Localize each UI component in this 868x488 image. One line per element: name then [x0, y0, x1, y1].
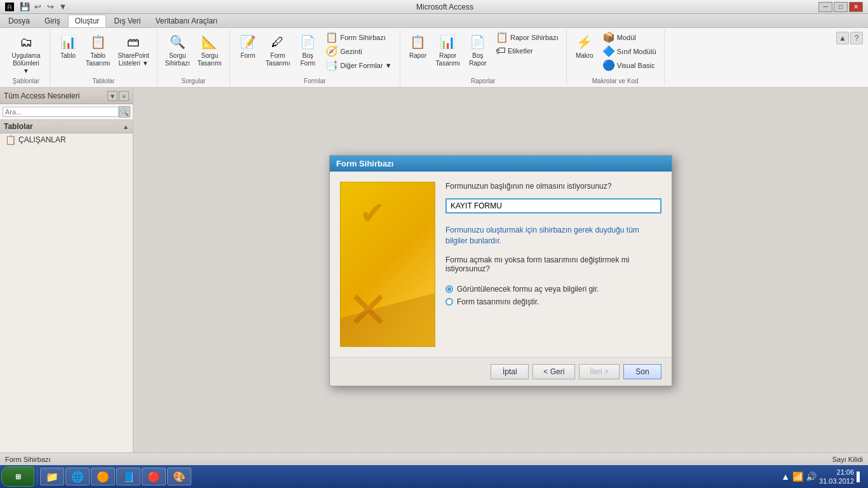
tab-dosya[interactable]: Dosya	[1, 15, 37, 27]
chrome-icon: 🟠	[97, 471, 109, 483]
btn-form-sihirbazi[interactable]: 📋 Form Sihirbazı	[323, 30, 394, 44]
search-btn[interactable]: 🔍	[119, 106, 130, 118]
btn-form-tasarimi[interactable]: 🖊 FormTasarımı	[263, 30, 292, 69]
sidebar-section-tablolar[interactable]: Tablolar ▲	[0, 120, 133, 133]
sorgu-tasarimi-label: SorguTasarımı	[198, 52, 222, 67]
tablolar-items: 📊 Tablo 📋 TabloTasarımı 🗃 SharePointList…	[55, 30, 152, 76]
tab-olustur[interactable]: Oluştur	[68, 15, 107, 27]
tray-show-desktop-icon[interactable]: ▌	[857, 471, 863, 482]
modal-overlay: Form Sihirbazı ✔ ✕ Formunuzun başlığının…	[133, 88, 868, 453]
rapor-icon: 📋	[408, 32, 428, 52]
form-tasarimi-label: FormTasarımı	[266, 52, 290, 67]
radio-option-1[interactable]: Görüntülenecek formu aç veya bilgileri g…	[445, 285, 661, 294]
radio-option-2[interactable]: Form tasarımını değiştir.	[445, 297, 661, 306]
gezinti-label: Gezinti	[340, 48, 362, 55]
visual-basic-label: Visual Basic	[617, 62, 655, 69]
taskbar-btn-access[interactable]: 🔴	[142, 468, 166, 485]
search-input[interactable]	[3, 107, 119, 117]
taskbar-btn-paint[interactable]: 🎨	[167, 468, 191, 485]
finish-button[interactable]: Son	[623, 364, 661, 379]
maximize-btn[interactable]: □	[834, 2, 848, 12]
taskbar-btn-word[interactable]: 📘	[116, 468, 140, 485]
sidebar-section-toggle: ▲	[123, 123, 129, 130]
radio-circle-2	[445, 298, 453, 306]
tab-dis-veri[interactable]: Dış Veri	[107, 15, 147, 27]
taskbar-sep-1	[37, 468, 37, 485]
formlar-items: 📝 Form 🖊 FormTasarımı 📄 BoşForm 📋 Form S…	[235, 30, 395, 76]
makro-icon: ⚡	[574, 32, 595, 52]
cancel-button[interactable]: İptal	[491, 364, 529, 379]
btn-gezinti[interactable]: 🧭 Gezinti	[323, 44, 394, 58]
btn-sharepoint[interactable]: 🗃 SharePointListeleri ▼	[115, 30, 151, 69]
btn-sinif-modulu[interactable]: 🔷 Sınıf Modülü	[600, 44, 659, 58]
back-button[interactable]: < Geri	[532, 364, 575, 379]
x-icon: ✕	[347, 281, 390, 340]
btn-diger-formlar[interactable]: 📑 Diğer Formlar ▼	[323, 58, 394, 72]
redo-qa-btn[interactable]: ↪	[44, 1, 56, 13]
form-title-input[interactable]	[445, 198, 661, 214]
diger-formlar-label: Diğer Formlar ▼	[340, 62, 391, 69]
radio-circle-1	[445, 285, 453, 293]
btn-sorgu-tasarimi[interactable]: 📐 SorguTasarımı	[195, 30, 224, 69]
ribbon-group-sorgular: 🔍 SorguSihirbazı 📐 SorguTasarımı Sorgula…	[158, 29, 230, 86]
btn-rapor[interactable]: 📋 Rapor	[405, 30, 431, 61]
sharepoint-icon: 🗃	[123, 32, 144, 52]
gezinti-icon: 🧭	[325, 45, 338, 57]
close-btn[interactable]: ✕	[849, 2, 863, 12]
btn-uygulama-bolumleri[interactable]: 🗂 UygulamaBölümleri ▼	[8, 30, 44, 76]
formlar-group-label: Formlar	[304, 78, 325, 85]
sidebar-collapse-btn[interactable]: «	[119, 91, 129, 101]
btn-tablo-tasarimi[interactable]: 📋 TabloTasarımı	[83, 30, 112, 69]
sinif-modulu-label: Sınıf Modülü	[617, 48, 656, 55]
btn-sorgu-sihirbazi[interactable]: 🔍 SorguSihirbazı	[163, 30, 193, 69]
btn-rapor-tasarimi[interactable]: 📊 RaporTasarımı	[433, 30, 463, 69]
start-button[interactable]: ⊞	[1, 466, 34, 487]
sidebar-header: Tüm Access Nesneleri ▼ «	[0, 88, 133, 104]
btn-bos-rapor[interactable]: 📄 BoşRapor	[465, 30, 491, 69]
dropdown-qa-btn[interactable]: ▼	[57, 1, 69, 13]
taskbar-btn-ie[interactable]: 🌐	[65, 468, 90, 485]
tray-network-icon[interactable]: 📶	[792, 471, 803, 482]
app-icon: 🅰	[5, 2, 17, 12]
btn-rapor-sihirbazi[interactable]: 📋 Rapor Sihirbazı	[493, 30, 561, 44]
btn-visual-basic[interactable]: 🔵 Visual Basic	[600, 58, 659, 72]
sidebar-item-calisanlar[interactable]: 📋 ÇALIŞANLAR	[0, 133, 133, 146]
raporlar-group-label: Raporlar	[471, 78, 495, 85]
save-qa-btn[interactable]: 💾	[19, 1, 31, 13]
btn-makro[interactable]: ⚡ Makro	[572, 30, 597, 61]
etiketler-icon: 🏷	[496, 45, 506, 57]
nav-help-btn[interactable]: ?	[850, 32, 863, 44]
taskbar: ⊞ 📁 🌐 🟠 📘 🔴 🎨 ▲ 📶 🔊 21:06 31.03.2012 ▌	[0, 465, 868, 488]
taskbar-btn-explorer[interactable]: 📁	[40, 468, 64, 485]
ribbon-nav-buttons: ▲ ?	[836, 32, 863, 44]
btn-modul[interactable]: 📦 Modül	[600, 30, 659, 44]
makrolar-items: ⚡ Makro 📦 Modül 🔷 Sınıf Modülü 🔵 Visual …	[572, 30, 659, 76]
tab-giris[interactable]: Giriş	[37, 15, 67, 27]
sharepoint-label: SharePointListeleri ▼	[118, 52, 149, 67]
minimize-btn[interactable]: ─	[818, 2, 832, 12]
tray-clock[interactable]: 21:06 31.03.2012	[819, 468, 854, 486]
taskbar-btn-chrome[interactable]: 🟠	[91, 468, 115, 485]
nav-up-btn[interactable]: ▲	[836, 32, 849, 44]
next-button[interactable]: İleri >	[579, 364, 620, 379]
ribbon-group-makrolar: ⚡ Makro 📦 Modül 🔷 Sınıf Modülü 🔵 Visual …	[567, 29, 665, 86]
btn-bos-form[interactable]: 📄 BoşForm	[295, 30, 320, 69]
tray-arrows-icon[interactable]: ▲	[781, 471, 790, 482]
sorgu-tasarimi-icon: 📐	[200, 32, 220, 52]
tray-date-text: 31.03.2012	[819, 477, 854, 485]
sidebar-filter-btn[interactable]: ▼	[107, 91, 118, 101]
tray-volume-icon[interactable]: 🔊	[806, 471, 817, 482]
btn-tablo[interactable]: 📊 Tablo	[55, 30, 81, 61]
sorgular-group-label: Sorgular	[182, 78, 206, 85]
bos-form-icon: 📄	[297, 32, 318, 52]
tab-veritabani[interactable]: Veritabanı Araçları	[148, 15, 224, 27]
btn-form[interactable]: 📝 Form	[235, 30, 261, 61]
modul-label: Modül	[617, 34, 636, 41]
form-sihirbazi-icon: 📋	[325, 31, 338, 43]
radio-label-2: Form tasarımını değiştir.	[457, 297, 539, 306]
rapor-tasarimi-icon: 📊	[438, 32, 458, 52]
modal-form: Formunuzun başlığının ne olmasını istiyo…	[445, 182, 661, 347]
undo-qa-btn[interactable]: ↩	[32, 1, 43, 13]
btn-etiketler[interactable]: 🏷 Etiketler	[493, 44, 561, 57]
content-area: Form Sihirbazı ✔ ✕ Formunuzun başlığının…	[133, 88, 868, 453]
